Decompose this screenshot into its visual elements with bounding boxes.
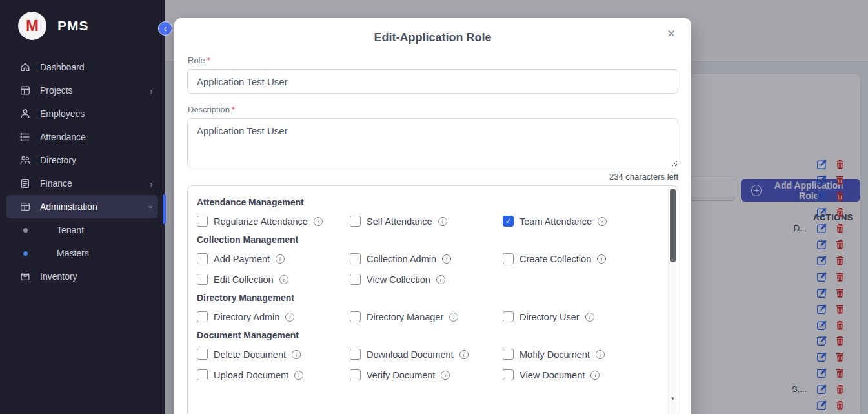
- permission-option[interactable]: ✓View Documenti: [503, 369, 656, 380]
- sidebar-item-employees[interactable]: Employees: [6, 102, 158, 125]
- role-label: Role*: [188, 56, 678, 65]
- sidebar-item-tenant[interactable]: Tenant: [6, 218, 158, 242]
- bullet-icon: [19, 247, 31, 259]
- sidebar-item-projects[interactable]: Projects›: [6, 79, 158, 102]
- finance-icon: [19, 178, 31, 189]
- sidebar-item-attendance[interactable]: Attendance: [6, 125, 158, 149]
- projects-icon: [19, 85, 31, 96]
- permission-option[interactable]: ✓Delete Documenti: [197, 349, 350, 360]
- info-icon[interactable]: i: [598, 217, 607, 226]
- people-icon: [19, 154, 31, 166]
- permission-option-label: Self Attendance: [367, 216, 432, 227]
- info-icon[interactable]: i: [279, 275, 288, 284]
- required-marker: *: [232, 105, 235, 114]
- logo-icon: M: [18, 12, 46, 40]
- checkbox-unchecked[interactable]: ✓: [350, 369, 361, 380]
- info-icon[interactable]: i: [459, 350, 469, 359]
- info-icon[interactable]: i: [285, 313, 294, 322]
- checkbox-unchecked[interactable]: ✓: [350, 216, 361, 227]
- list-icon: [19, 131, 31, 143]
- sidebar-item-finance[interactable]: Finance›: [6, 172, 158, 195]
- description-label: Description*: [188, 105, 678, 114]
- permission-option-label: Add Payment: [214, 254, 270, 264]
- chevron-right-icon: ›: [150, 179, 153, 189]
- info-icon[interactable]: i: [590, 371, 600, 380]
- info-icon[interactable]: i: [441, 371, 450, 380]
- permission-option[interactable]: ✓Directory Manageri: [350, 311, 503, 322]
- checkbox-unchecked[interactable]: ✓: [350, 311, 361, 322]
- permission-option[interactable]: ✓Regularize Attendancei: [197, 216, 350, 227]
- permission-option-label: Regularize Attendance: [214, 216, 308, 227]
- info-icon[interactable]: i: [436, 275, 445, 284]
- permission-option[interactable]: ✓Directory Useri: [503, 311, 656, 322]
- permission-option[interactable]: ✓Mofify Documenti: [503, 349, 656, 360]
- checkbox-unchecked[interactable]: ✓: [197, 274, 208, 285]
- sidebar-item-label: Directory: [40, 155, 76, 165]
- chevron-right-icon: ›: [150, 86, 153, 96]
- active-nav-indicator: [163, 194, 166, 224]
- info-icon[interactable]: i: [442, 254, 451, 264]
- checkbox-unchecked[interactable]: ✓: [197, 369, 208, 380]
- app-title: PMS: [57, 18, 89, 34]
- permission-option[interactable]: ✓Team Attendancei: [503, 216, 656, 227]
- close-icon[interactable]: ✕: [664, 26, 678, 41]
- permission-option[interactable]: ✓Collection Admini: [350, 253, 503, 264]
- checkbox-unchecked[interactable]: ✓: [197, 311, 208, 322]
- info-icon[interactable]: i: [585, 313, 594, 322]
- sidebar-collapse-button[interactable]: ‹: [158, 21, 172, 36]
- permission-option[interactable]: ✓Add Paymenti: [197, 253, 350, 264]
- sidebar-item-dashboard[interactable]: Dashboard: [6, 56, 158, 79]
- permission-option[interactable]: ✓Verify Documenti: [350, 369, 503, 380]
- info-icon[interactable]: i: [276, 254, 285, 264]
- sidebar-item-label: Masters: [57, 248, 89, 258]
- scrollbar-thumb[interactable]: [670, 189, 676, 262]
- sidebar-item-inventory[interactable]: Inventory: [6, 265, 158, 288]
- checkbox-unchecked[interactable]: ✓: [350, 349, 361, 360]
- permission-option[interactable]: ✓Self Attendancei: [350, 216, 503, 227]
- permission-option[interactable]: ✓Download Documenti: [350, 349, 503, 360]
- scroll-down-icon[interactable]: ▼: [669, 396, 677, 402]
- checkbox-unchecked[interactable]: ✓: [197, 349, 208, 360]
- checkbox-unchecked[interactable]: ✓: [503, 369, 514, 380]
- info-icon[interactable]: i: [292, 350, 301, 359]
- info-icon[interactable]: i: [294, 371, 303, 380]
- checkbox-unchecked[interactable]: ✓: [197, 253, 208, 264]
- info-icon[interactable]: i: [438, 217, 447, 226]
- permission-options-grid: ✓Directory Admini✓Directory Manageri✓Dir…: [197, 311, 656, 322]
- checkbox-checked[interactable]: ✓: [503, 216, 514, 227]
- modal-title: Edit-Application Role: [187, 31, 678, 45]
- permission-option-label: Directory Admin: [214, 312, 279, 322]
- permission-option[interactable]: ✓Create Collectioni: [503, 253, 656, 264]
- permissions-panel: Attendance Management✓Regularize Attenda…: [187, 185, 678, 414]
- info-icon[interactable]: i: [314, 217, 323, 226]
- logo-monogram: M: [26, 17, 39, 35]
- checkbox-unchecked[interactable]: ✓: [350, 253, 361, 264]
- checkbox-unchecked[interactable]: ✓: [350, 274, 361, 285]
- permission-option[interactable]: ✓Upload Documenti: [197, 369, 350, 380]
- permission-options-grid: ✓Regularize Attendancei✓Self Attendancei…: [197, 216, 656, 227]
- sidebar-item-directory[interactable]: Directory: [6, 149, 158, 172]
- checkbox-unchecked[interactable]: ✓: [503, 253, 514, 264]
- info-icon[interactable]: i: [596, 350, 605, 359]
- sidebar-item-masters[interactable]: Masters: [6, 242, 158, 265]
- permissions-scrollbar[interactable]: ▼: [668, 187, 676, 414]
- permission-option[interactable]: ✓Directory Admini: [197, 311, 350, 322]
- bullet-dot: [23, 251, 28, 256]
- permission-option-label: Delete Document: [214, 349, 286, 360]
- permission-option[interactable]: ✓Edit Collectioni: [197, 274, 350, 285]
- permission-option-label: Edit Collection: [214, 274, 274, 285]
- inventory-icon: [19, 271, 31, 282]
- permission-option-label: Download Document: [367, 349, 454, 360]
- sidebar-item-administration[interactable]: Administration›: [6, 195, 158, 218]
- info-icon[interactable]: i: [449, 313, 458, 322]
- description-textarea[interactable]: Application Test User: [187, 118, 678, 167]
- checkbox-unchecked[interactable]: ✓: [197, 216, 208, 227]
- checkbox-unchecked[interactable]: ✓: [503, 311, 514, 322]
- permission-option-label: Create Collection: [520, 254, 591, 264]
- role-input[interactable]: [187, 69, 678, 94]
- info-icon[interactable]: i: [597, 254, 606, 264]
- admin-icon: [19, 201, 31, 212]
- checkbox-unchecked[interactable]: ✓: [503, 349, 514, 360]
- permission-option[interactable]: ✓View Collectioni: [350, 274, 503, 285]
- permission-option-label: Verify Document: [367, 370, 435, 380]
